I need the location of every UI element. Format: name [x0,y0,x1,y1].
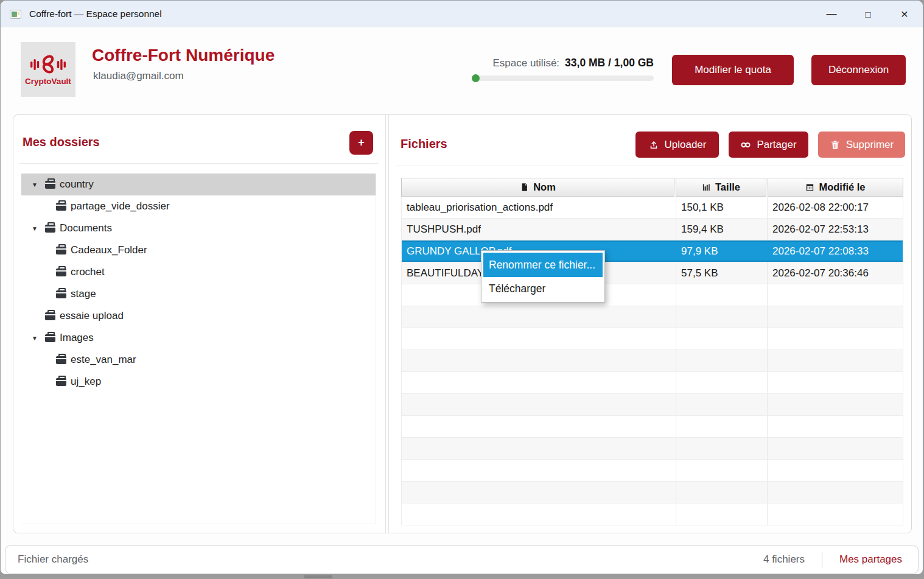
column-header-modified[interactable]: Modifié le [768,178,903,197]
cell-name: tableau_priorisation_actions.pdf [402,197,676,218]
my-shares-link[interactable]: Mes partages [839,553,902,566]
tree-item[interactable]: uj_kep [21,371,376,393]
cell-modified: 2026-02-07 22:08:33 [767,240,903,262]
app-window-icon [10,10,21,19]
share-button[interactable]: Partager [729,132,808,158]
cell-modified: 2026-02-07 22:53:13 [767,219,903,240]
cell-size [676,394,767,415]
status-text: Fichier chargés [18,553,88,566]
folder-tree: ▼countrypartage_vide_dossier▼DocumentsCa… [21,174,376,524]
tree-item[interactable]: essaie upload [21,305,376,327]
tree-item[interactable]: este_van_mar [21,349,376,371]
column-header-name[interactable]: Nom [401,178,674,197]
column-header-name-label: Nom [533,181,556,193]
main-container: Mes dossiers + ▼countrypartage_vide_doss… [13,114,912,533]
upload-button[interactable]: Uploader [635,132,719,158]
tree-item-label: Images [60,332,94,344]
table-row[interactable]: GRUNDY GALLOP.pdf97,9 KB2026-02-07 22:08… [402,240,903,262]
tree-item[interactable]: ▼Documents [21,217,376,239]
cell-name [402,372,676,393]
cell-size: 57,5 KB [676,262,767,284]
tree-item[interactable]: crochet [21,261,376,283]
logout-button[interactable]: Déconnexion [811,55,906,85]
logo-label: CryptoVault [25,77,71,86]
table-row[interactable]: BEAUTIFULDAY.pdf57,5 KB2026-02-07 20:36:… [402,262,903,284]
status-bar: Fichier chargés 4 fichiers Mes partages [5,546,919,574]
minimize-button[interactable]: — [813,1,850,27]
folders-panel: Mes dossiers + ▼countrypartage_vide_doss… [13,115,385,533]
cell-size [676,482,767,503]
expand-arrow-icon[interactable]: ▼ [32,335,45,342]
cell-name [402,416,676,437]
tree-item[interactable]: ▼country [21,174,376,195]
tree-item-label: crochet [71,266,105,278]
cell-modified [767,504,903,525]
cell-modified [767,350,903,371]
file-icon [520,183,529,192]
window-title: Coffre-fort — Espace personnel [29,9,162,19]
cell-size [676,328,767,349]
delete-button-label: Supprimer [846,139,894,151]
upload-icon [648,139,659,150]
add-folder-button[interactable]: + [349,131,373,155]
share-button-label: Partager [757,139,796,151]
files-divider [395,166,904,166]
cell-size [676,438,767,459]
tree-item-label: este_van_mar [71,354,136,366]
expand-arrow-icon[interactable]: ▼ [32,225,45,232]
files-panel-title: Fichiers [401,137,447,151]
tree-item[interactable]: ▼Images [21,327,376,349]
context-menu-item[interactable]: Renommer ce fichier... [483,253,603,277]
cell-modified [767,438,903,459]
cell-size [676,460,767,481]
taskbar-strip [0,574,924,579]
tree-item[interactable]: Cadeaux_Folder [21,239,376,261]
context-menu-item[interactable]: Télécharger [483,277,603,300]
cell-name [402,504,676,525]
cell-name [402,328,676,349]
calendar-icon [805,183,814,192]
column-header-size[interactable]: Taille [676,178,766,197]
folder-icon [56,247,66,254]
table-row[interactable]: tableau_priorisation_actions.pdf150,1 KB… [402,197,903,219]
files-table-header: Nom Taille Modifié le [401,178,903,197]
cell-name [402,438,676,459]
tree-item-label: stage [71,288,96,300]
expand-arrow-icon[interactable]: ▼ [32,181,45,188]
cell-size [676,284,767,306]
trash-icon [830,139,841,150]
delete-button[interactable]: Supprimer [818,132,905,158]
file-count: 4 fichiers [763,553,805,566]
column-header-size-label: Taille [715,181,740,193]
table-row[interactable]: TUSHPUSH.pdf159,4 KB2026-02-07 22:53:13 [402,219,903,240]
quota-progressbar [472,75,654,81]
context-menu: Renommer ce fichier...Télécharger [481,250,605,303]
folder-icon [56,203,66,211]
cell-size: 159,4 KB [676,219,767,240]
link-icon [740,139,751,150]
cell-size: 97,9 KB [676,240,767,262]
column-header-modified-label: Modifié le [819,181,865,193]
bar-chart-icon [702,183,711,192]
cell-name: TUSHPUSH.pdf [402,219,676,240]
table-row-empty [402,416,903,438]
maximize-button[interactable]: □ [850,1,886,27]
tree-item[interactable]: stage [21,283,376,305]
cell-name [402,482,676,503]
quota-value: 33,0 MB / 1,00 GB [565,57,654,69]
cell-size [676,416,767,437]
table-row-empty [402,394,903,416]
close-button[interactable]: × [886,1,923,27]
folder-icon [56,290,66,298]
modify-quota-button[interactable]: Modifier le quota [672,55,794,85]
cell-modified [767,284,903,306]
cell-name [402,306,676,328]
app-title: Coffre-Fort Numérique [92,46,275,65]
table-row-empty [402,328,903,350]
tree-item-label: Cadeaux_Folder [71,244,147,256]
tree-item-label: Documents [60,222,112,234]
cell-modified [767,394,903,415]
table-row-empty [402,372,903,394]
tree-item[interactable]: partage_vide_dossier [21,195,376,217]
tree-item-label: country [60,178,94,191]
